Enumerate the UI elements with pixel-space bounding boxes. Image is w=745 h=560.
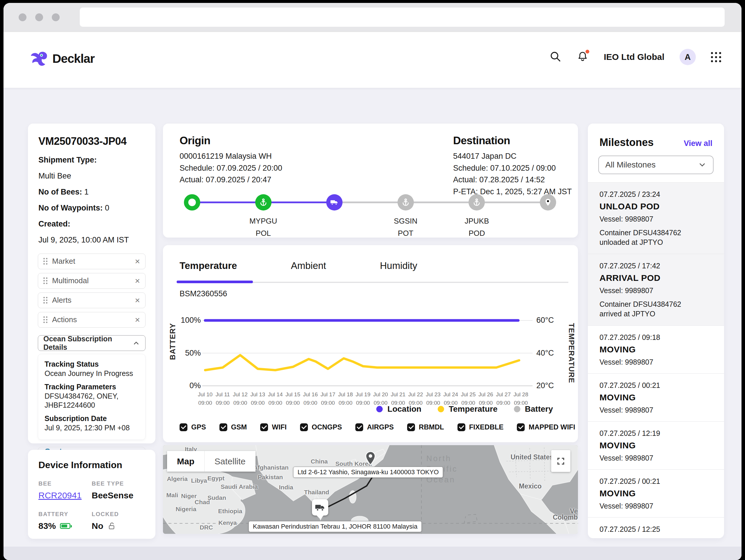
current-position-truck-marker[interactable] — [312, 499, 328, 516]
signal-checkbox-item[interactable]: AIRGPS — [355, 423, 394, 431]
milestone-title: MOVING — [600, 345, 712, 354]
sensor-tab[interactable]: Humidity — [380, 260, 417, 271]
milestone-datetime: 07.27.2025 / 00:21 — [600, 477, 712, 486]
milestone-detail: Container DFSU4384762 unloaded at JPTYO — [600, 228, 695, 247]
chip-remove-icon[interactable]: × — [135, 276, 140, 286]
milestone-vessel: Vessel: 9989807 — [600, 502, 712, 510]
shipment-type-value: Multi Bee — [38, 171, 147, 181]
map-country-label: Mexico — [519, 482, 542, 490]
legend-item[interactable]: Location — [376, 405, 421, 414]
window-minimize-icon[interactable] — [35, 13, 43, 21]
origin-actual: Actual: 07.09.2025 / 20:47 — [180, 174, 354, 186]
axis-tick-label: 50% — [169, 349, 201, 358]
shipment-progress-timeline: MYPGU POL — [184, 194, 556, 211]
drag-handle-icon[interactable] — [43, 316, 47, 323]
ocean-subscription-toggle[interactable]: Ocean Subscription Details — [38, 335, 145, 351]
browser-chrome — [3, 3, 742, 32]
milestone-title: MOVING — [600, 441, 712, 450]
chip-remove-icon[interactable]: × — [135, 315, 140, 325]
decklar-logo: Decklar — [29, 50, 95, 67]
map-country-label: Saudi Arabia — [221, 483, 258, 490]
map-country-label: Thailand — [304, 489, 329, 496]
sensor-line-chart[interactable] — [205, 320, 530, 386]
url-bar[interactable] — [80, 7, 725, 27]
drag-handle-icon[interactable] — [43, 258, 47, 265]
anchor-icon — [259, 198, 268, 207]
milestones-filter-dropdown[interactable]: All Milestones — [598, 155, 714, 174]
chart-legend: Location Temperature Battery — [376, 405, 553, 414]
milestones-filter-value: All Milestones — [605, 160, 698, 170]
bee-id-link[interactable]: RCR20941 — [38, 491, 82, 500]
milestone-item: 07.27.2025 / 17:42 ARRIVAL POD Vessel: 9… — [588, 254, 724, 325]
milestone-datetime: 07.27.2025 / 23:24 — [600, 190, 712, 199]
destination-title: Destination — [453, 135, 575, 147]
fullscreen-button[interactable] — [551, 450, 571, 472]
milestone-datetime: 07.27.2025 / 09:18 — [600, 333, 712, 342]
drag-handle-icon[interactable] — [43, 277, 47, 284]
legend-item[interactable]: Temperature — [438, 405, 498, 414]
created-value: Jul 9, 2025, 10:00 AM IST — [38, 235, 147, 245]
satellite-button[interactable]: Satellite — [204, 451, 256, 471]
apps-grid-icon[interactable] — [711, 52, 721, 62]
milestone-datetime: 07.27.2025 / 17:42 — [600, 262, 712, 270]
signal-checkbox-item[interactable]: WIFI — [260, 423, 287, 431]
origin-schedule: Schedule: 07.09.2025 / 20:00 — [180, 162, 354, 174]
destination-actual: Actual: 07.28.2025 / 14:52 — [453, 174, 575, 186]
widget-chip[interactable]: Market × — [38, 253, 145, 269]
window-maximize-icon[interactable] — [52, 13, 60, 21]
notification-badge — [585, 50, 589, 54]
widget-chip[interactable]: Multimodal × — [38, 273, 145, 289]
timeline-node-circle — [255, 194, 271, 211]
notifications-bell-icon[interactable] — [577, 50, 589, 64]
checkbox-icon[interactable] — [300, 423, 308, 431]
axis-tick-label: 0% — [169, 381, 201, 390]
checkbox-icon[interactable] — [517, 423, 525, 431]
window-controls[interactable] — [19, 13, 60, 21]
milestone-item: 07.27.2025 / 12:19 MOVING Vessel: 998980… — [588, 421, 724, 469]
milestone-vessel: Vessel: 9989807 — [600, 215, 712, 223]
map-button[interactable]: Map — [167, 451, 204, 471]
avatar[interactable]: A — [680, 49, 696, 65]
timeline-port-code: MYPGU — [237, 215, 290, 228]
destination-pin-marker[interactable] — [364, 450, 377, 468]
chip-label: Multimodal — [52, 276, 135, 285]
chip-remove-icon[interactable]: × — [135, 295, 140, 305]
checkbox-icon[interactable] — [407, 423, 415, 431]
timeline-node-circle — [397, 194, 414, 211]
x-tick: Jul 1309:00 — [250, 390, 265, 407]
signal-checkbox-item[interactable]: GPS — [180, 423, 206, 431]
signal-checkbox-item[interactable]: MAPPED WIFI — [517, 423, 575, 431]
map-panel[interactable]: Italy Algeria Libya Egypt Saudi Arabia M… — [163, 445, 578, 534]
x-tick: Jul 1209:00 — [233, 390, 248, 407]
org-name[interactable]: IEO Ltd Global — [604, 52, 665, 62]
subscription-date-value: Jul 9, 2025, 12:30 PM +08 — [44, 423, 139, 432]
map-country-label: Nigeria — [175, 505, 196, 513]
legend-item[interactable]: Battery — [514, 405, 553, 414]
ocean-subscription-details: Tracking Status Ocean Journey In Progres… — [38, 354, 145, 440]
origin-location: 0000161219 Malaysia WH — [180, 150, 354, 162]
view-all-link[interactable]: View all — [684, 139, 712, 148]
widget-chip[interactable]: Alerts × — [38, 292, 145, 308]
signal-checkbox-item[interactable]: GSM — [220, 423, 247, 431]
signal-label: RBMDL — [419, 423, 444, 431]
signal-checkbox-item[interactable]: FIXEDBLE — [457, 423, 504, 431]
checkbox-icon[interactable] — [180, 423, 187, 431]
map-country-label: Egypt — [207, 475, 224, 482]
checkbox-icon[interactable] — [260, 423, 268, 431]
checkbox-icon[interactable] — [220, 423, 227, 431]
map-country-label: Kenya — [218, 519, 236, 526]
signal-checkbox-item[interactable]: OCNGPS — [300, 423, 342, 431]
map-type-control: Map Satellite — [167, 451, 256, 471]
sensor-tab[interactable]: Temperature — [180, 260, 237, 271]
checkbox-icon[interactable] — [457, 423, 465, 431]
drag-handle-icon[interactable] — [43, 297, 47, 304]
sensor-tab[interactable]: Ambient — [291, 260, 326, 271]
legend-label: Battery — [525, 405, 553, 414]
timeline-port-role: POL — [237, 228, 290, 240]
checkbox-icon[interactable] — [355, 423, 363, 431]
chip-remove-icon[interactable]: × — [135, 256, 140, 266]
search-icon[interactable] — [549, 50, 561, 64]
widget-chip[interactable]: Actions × — [38, 312, 145, 328]
window-close-icon[interactable] — [19, 13, 27, 21]
signal-checkbox-item[interactable]: RBMDL — [407, 423, 444, 431]
